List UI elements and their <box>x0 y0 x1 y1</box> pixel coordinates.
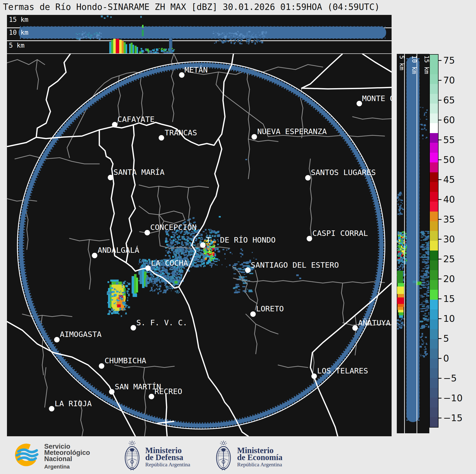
city-marker: CASPI CORRAL <box>307 229 368 241</box>
city-marker: SANTA MARÍA <box>108 168 165 180</box>
colorbar-tick-label: 15 <box>443 293 455 304</box>
city-marker: MONTE Q <box>357 94 392 106</box>
economia-line-2: de Economía <box>237 454 282 461</box>
colorbar-tick <box>439 338 441 339</box>
colorbar-segment <box>430 221 438 231</box>
colorbar-tick-label: 30 <box>443 234 455 245</box>
city-marker: TRANCAS <box>159 128 197 141</box>
colorbar-segment <box>430 359 438 368</box>
colorbar-tick-label: 25 <box>443 254 455 264</box>
colorbar-segment <box>430 64 438 74</box>
city-label: T. DE RÍO HONDO <box>206 235 276 244</box>
colorbar-tick-label: 0 <box>443 353 449 364</box>
city-label: LOS TELARES <box>317 366 368 375</box>
colorbar-tick-label: 5 <box>443 333 449 344</box>
colorbar-segment <box>430 319 438 329</box>
city-dot <box>352 325 358 331</box>
city-dot <box>159 135 164 141</box>
colorbar-tick-label: −15 <box>443 413 463 423</box>
city-label: CONCEPCIÓN <box>150 223 197 232</box>
colorbar-segment <box>430 368 438 378</box>
city-label: AIMOGASTA <box>60 330 102 339</box>
colorbar-tick-label: 45 <box>443 174 455 185</box>
colorbar-segment <box>430 74 438 84</box>
city-label: S. F. V. C. <box>136 318 187 327</box>
cross-section-top-panel: 15 km10 km5 km <box>7 15 392 53</box>
colorbar-tick <box>439 259 441 259</box>
defensa-coat-of-arms-icon <box>122 440 142 472</box>
city-marker: LA RIOJA <box>49 399 92 411</box>
radar-map-canvas: METÁNMONTE QCAFAYATETRANCASNUEVA ESPERAN… <box>7 54 392 436</box>
economia-line-3: República Argentina <box>237 461 282 468</box>
city-dot <box>252 134 257 140</box>
colorbar-segment <box>430 84 438 94</box>
colorbar-tick-label: 55 <box>443 135 455 145</box>
colorbar-segment <box>430 339 438 349</box>
colorbar-tick <box>439 398 441 399</box>
colorbar-segment <box>430 192 438 202</box>
city-dot <box>307 236 312 241</box>
colorbar-segment <box>430 162 438 172</box>
colorbar-tick-label: −5 <box>443 373 457 384</box>
colorbar-tick <box>439 378 441 379</box>
city-dot <box>131 325 136 330</box>
city-label: SAN MARTÍN <box>115 382 161 391</box>
city-dot <box>145 230 150 235</box>
altitude-label: 10 km <box>411 55 417 74</box>
colorbar-tick <box>439 159 441 160</box>
altitude-label: 5 km <box>399 55 405 70</box>
dbz-colorbar <box>429 54 439 428</box>
city-label: ANDALGALÁ <box>98 246 139 255</box>
city-dot <box>200 242 206 248</box>
city-label: CASPI CORRAL <box>312 229 368 238</box>
altitude-label: 5 km <box>9 42 25 49</box>
altitude-label: 10 km <box>9 29 28 36</box>
city-label: LA COCHA <box>151 258 188 267</box>
city-marker: T. DE RÍO HONDO <box>200 235 276 248</box>
colorbar-tick-label: 35 <box>443 214 455 225</box>
colorbar-segment <box>430 329 438 339</box>
colorbar-tick-label: 10 <box>443 313 455 324</box>
city-dot <box>149 394 154 399</box>
cross-section-right-panel: 5 km10 km15 km <box>397 54 429 433</box>
colorbar-segment <box>430 300 438 309</box>
colorbar-tick <box>439 120 441 120</box>
colorbar-segment <box>430 104 438 113</box>
city-label: SANTOS LUGARES <box>311 168 376 177</box>
city-marker: AIMOGASTA <box>54 330 102 342</box>
city-dot <box>311 373 317 379</box>
colorbar-tick <box>439 199 441 200</box>
colorbar-tick <box>439 100 441 101</box>
colorbar-segment <box>430 113 438 123</box>
colorbar-segment <box>430 212 438 221</box>
colorbar-segment <box>430 398 438 407</box>
ministerio-defensa-wordmark: Ministerio de Defensa República Argentin… <box>145 447 190 468</box>
smn-logo <box>14 442 39 468</box>
city-dot <box>245 267 251 273</box>
city-label: SANTA MARÍA <box>113 168 165 177</box>
city-dot <box>305 175 311 181</box>
ministerio-economia-wordmark: Ministerio de Economía República Argenti… <box>237 447 282 468</box>
colorbar-segment <box>430 407 438 417</box>
colorbar-tick <box>439 140 441 140</box>
colorbar-tick-label: 65 <box>443 95 455 106</box>
city-label: LA RIOJA <box>55 399 92 408</box>
colorbar-segment <box>430 349 438 358</box>
defensa-line-3: República Argentina <box>145 461 190 468</box>
defensa-line-2: de Defensa <box>145 454 190 461</box>
city-label: LORETO <box>256 304 284 313</box>
city-label: CHUMBICHA <box>105 356 146 365</box>
colorbar-segment <box>430 123 438 133</box>
colorbar-tick-label: 50 <box>443 154 455 165</box>
colorbar-segment <box>430 251 438 260</box>
colorbar-tick-label: 75 <box>443 55 455 66</box>
colorbar-segment <box>430 55 438 64</box>
city-marker: SANTIAGO DEL ESTERO <box>245 260 339 273</box>
smn-wordmark: Servicio Meteorológico Nacional Argentin… <box>44 443 90 470</box>
city-marker: S. F. V. C. <box>131 318 187 330</box>
city-marker: NUEVA ESPERANZA <box>252 127 327 140</box>
city-dot <box>179 72 184 78</box>
city-label: RECREO <box>154 387 182 396</box>
colorbar-tick <box>439 298 441 299</box>
radar-screenshot: Termas de Río Hondo-SINARAME ZH MAX [dBZ… <box>0 0 476 474</box>
